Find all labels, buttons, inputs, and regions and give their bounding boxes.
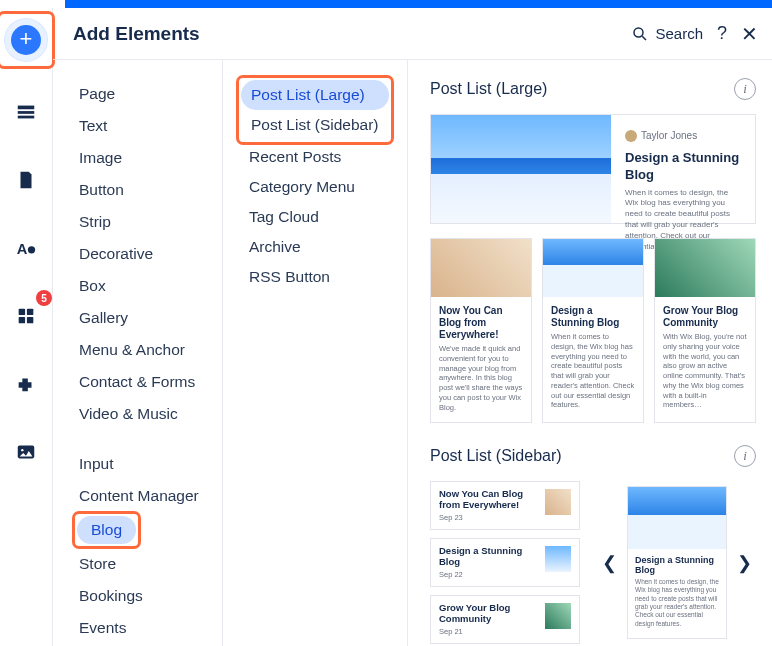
category-item-events[interactable]: Events [75, 612, 134, 644]
category-item-contact-forms[interactable]: Contact & Forms [75, 366, 203, 398]
category-item-video-music[interactable]: Video & Music [75, 398, 186, 430]
puzzle-icon [15, 373, 37, 395]
image-icon [15, 441, 37, 463]
plus-icon: + [11, 25, 41, 55]
category-item-decorative[interactable]: Decorative [75, 238, 161, 270]
sidebar-list-item[interactable]: Design a Stunning Blog Sep 22 [430, 538, 580, 587]
app-market-button[interactable] [4, 362, 48, 406]
grid-title: Now You Can Blog from Everywhere! [439, 305, 523, 341]
grid-title: Design a Stunning Blog [551, 305, 635, 329]
window-top-accent [65, 0, 772, 8]
svg-point-11 [634, 28, 643, 37]
apps-button[interactable]: 5 [4, 294, 48, 338]
preview-sidebar-list[interactable]: Now You Can Blog from Everywhere! Sep 23… [430, 481, 580, 644]
subitem-tag-cloud[interactable]: Tag Cloud [239, 202, 395, 232]
grid-body: When it comes to design, the Wix blog ha… [551, 332, 635, 410]
subitem-rss-button[interactable]: RSS Button [239, 262, 395, 292]
card-thumb [431, 115, 611, 223]
subitem-column: Post List (Large)Post List (Sidebar) Rec… [223, 60, 408, 646]
sidebar-item-date: Sep 22 [439, 570, 539, 579]
sections-icon [15, 101, 37, 123]
category-item-gallery[interactable]: Gallery [75, 302, 136, 334]
sidebar-thumb [545, 603, 571, 629]
highlight-category-selected: Blog [75, 514, 138, 546]
info-icon[interactable]: i [734, 445, 756, 467]
subitem-post-list-sidebar-[interactable]: Post List (Sidebar) [241, 110, 389, 140]
category-item-image[interactable]: Image [75, 142, 130, 174]
sidebar-thumb [545, 489, 571, 515]
pages-button[interactable] [4, 158, 48, 202]
grid-body: With Wix Blog, you're not only sharing y… [663, 332, 747, 410]
svg-rect-0 [18, 106, 35, 110]
category-item-content-manager[interactable]: Content Manager [75, 480, 207, 512]
apps-grid-icon [15, 305, 37, 327]
panel-title: Add Elements [73, 23, 631, 45]
category-item-blog[interactable]: Blog [77, 516, 136, 544]
carousel-title: Design a Stunning Blog [635, 555, 719, 575]
subitem-post-list-large-[interactable]: Post List (Large) [241, 80, 389, 110]
category-item-strip[interactable]: Strip [75, 206, 119, 238]
subitem-archive[interactable]: Archive [239, 232, 395, 262]
svg-text:A: A [17, 241, 28, 257]
search-icon [631, 25, 649, 43]
category-item-bookings[interactable]: Bookings [75, 580, 151, 612]
carousel-body: When it comes to design, the Wix blog ha… [635, 578, 719, 629]
info-icon[interactable]: i [734, 78, 756, 100]
apps-badge: 5 [36, 290, 52, 306]
design-button[interactable]: A [4, 226, 48, 270]
category-item-menu-anchor[interactable]: Menu & Anchor [75, 334, 193, 366]
subitem-category-menu[interactable]: Category Menu [239, 172, 395, 202]
preview-grid-card[interactable]: Design a Stunning Blog When it comes to … [542, 238, 644, 423]
grid-body: We've made it quick and convenient for y… [439, 344, 523, 412]
search-label: Search [655, 25, 703, 42]
sidebar-list-item[interactable]: Now You Can Blog from Everywhere! Sep 23 [430, 481, 580, 530]
category-item-text[interactable]: Text [75, 110, 115, 142]
chevron-right-icon[interactable]: ❯ [733, 548, 756, 578]
section1-title: Post List (Large) [430, 80, 734, 98]
preview-grid-card[interactable]: Grow Your Blog Community With Wix Blog, … [654, 238, 756, 423]
preview-column: Post List (Large) i Taylor Jones Design … [408, 60, 772, 646]
category-item-store[interactable]: Store [75, 548, 124, 580]
chevron-left-icon[interactable]: ❮ [598, 548, 621, 578]
svg-rect-5 [19, 309, 25, 315]
subitem-recent-posts[interactable]: Recent Posts [239, 142, 395, 172]
category-item-input[interactable]: Input [75, 448, 121, 480]
grid-title: Grow Your Blog Community [663, 305, 747, 329]
svg-point-4 [28, 246, 35, 253]
media-button[interactable] [4, 430, 48, 474]
sidebar-item-title: Grow Your Blog Community [439, 603, 539, 625]
category-item-button[interactable]: Button [75, 174, 132, 206]
svg-point-10 [21, 449, 23, 451]
grid-thumb [431, 239, 531, 297]
sections-button[interactable] [4, 90, 48, 134]
category-item-page[interactable]: Page [75, 78, 123, 110]
preview-grid-card[interactable]: Now You Can Blog from Everywhere! We've … [430, 238, 532, 423]
search-trigger[interactable]: Search [631, 25, 703, 43]
sidebar-thumb [545, 546, 571, 572]
close-button[interactable]: ✕ [741, 22, 758, 46]
svg-rect-1 [18, 111, 35, 114]
design-icon: A [15, 237, 37, 259]
page-icon [15, 169, 37, 191]
svg-line-12 [643, 36, 647, 40]
card-title: Design a Stunning Blog [625, 149, 741, 184]
category-column: PageTextImageButtonStripDecorativeBoxGal… [53, 60, 223, 646]
category-item-box[interactable]: Box [75, 270, 114, 302]
add-elements-button[interactable]: + [4, 18, 48, 62]
card-author: Taylor Jones [625, 129, 741, 143]
sidebar-item-title: Now You Can Blog from Everywhere! [439, 489, 539, 511]
svg-rect-6 [27, 309, 33, 315]
editor-left-toolbar: + A 5 [0, 8, 53, 646]
highlight-add-button: + [0, 14, 52, 66]
sidebar-item-date: Sep 21 [439, 627, 539, 636]
panel-header: Add Elements Search ? ✕ [53, 8, 772, 60]
svg-rect-7 [19, 317, 25, 323]
grid-thumb [655, 239, 755, 297]
svg-rect-8 [27, 317, 33, 323]
sidebar-item-title: Design a Stunning Blog [439, 546, 539, 568]
help-button[interactable]: ? [717, 23, 727, 44]
sidebar-list-item[interactable]: Grow Your Blog Community Sep 21 [430, 595, 580, 644]
svg-rect-2 [18, 116, 35, 119]
preview-card-large[interactable]: Taylor Jones Design a Stunning Blog When… [430, 114, 756, 224]
preview-carousel[interactable]: ❮ Design a Stunning Blog When it comes t… [598, 486, 756, 640]
